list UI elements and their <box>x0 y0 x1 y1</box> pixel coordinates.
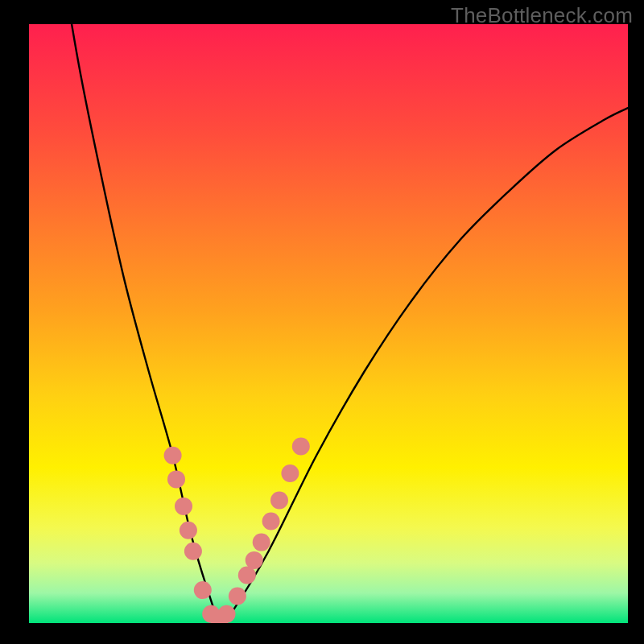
highlight-dot <box>164 447 182 464</box>
highlight-dot <box>180 522 197 539</box>
highlight-dot <box>184 543 202 560</box>
highlight-dot <box>270 492 288 510</box>
bottleneck-chart <box>0 0 644 644</box>
highlight-dot <box>246 551 263 569</box>
highlight-dot <box>218 605 236 623</box>
highlight-dot <box>175 497 192 515</box>
highlight-dot <box>167 470 185 488</box>
gradient-plot-area <box>29 24 628 623</box>
highlight-dot <box>229 588 246 605</box>
highlight-dot <box>281 464 299 482</box>
highlight-dot <box>194 581 212 599</box>
watermark-text: TheBottleneck.com <box>451 3 633 28</box>
highlight-dot <box>253 534 270 551</box>
highlight-dot <box>262 513 280 530</box>
chart-frame: TheBottleneck.com <box>0 0 644 644</box>
highlight-dot <box>292 438 310 456</box>
